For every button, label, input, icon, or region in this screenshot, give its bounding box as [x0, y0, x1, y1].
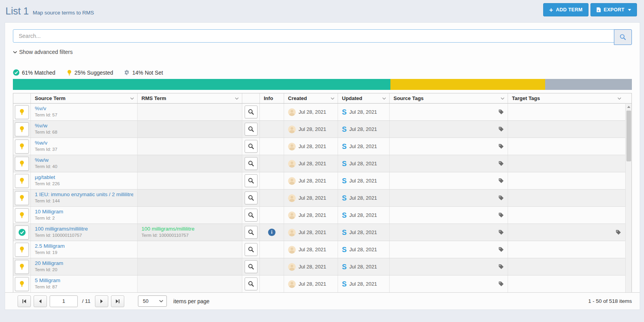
- column-header-source-term[interactable]: Source Term: [31, 93, 138, 103]
- source-term-link[interactable]: %w/w: [35, 157, 133, 163]
- status-button[interactable]: [15, 208, 29, 222]
- search-icon: [248, 143, 254, 150]
- last-page-button[interactable]: [111, 295, 124, 307]
- scrollbar-thumb[interactable]: [626, 111, 631, 161]
- status-button[interactable]: [15, 157, 29, 171]
- tag-icon[interactable]: [498, 229, 504, 235]
- source-tags-cell: [390, 172, 508, 189]
- status-button[interactable]: [15, 122, 29, 136]
- row-search-button[interactable]: [245, 123, 258, 136]
- column-header-rms-term[interactable]: RMS Term: [138, 93, 242, 103]
- source-term-link[interactable]: %v/w: [35, 123, 133, 129]
- source-term-link[interactable]: %w/v: [35, 140, 133, 146]
- next-page-button[interactable]: [95, 295, 108, 307]
- info-cell: i: [260, 224, 284, 241]
- table-scrollbar[interactable]: [625, 104, 631, 297]
- search-button[interactable]: [614, 29, 632, 45]
- source-term-link[interactable]: 20 Milligram: [35, 260, 133, 266]
- search-icon: [619, 34, 626, 41]
- items-per-page-label: items per page: [174, 298, 210, 304]
- tag-icon[interactable]: [498, 247, 504, 252]
- row-search-button[interactable]: [245, 174, 258, 187]
- chevron-down-icon[interactable]: [130, 97, 134, 100]
- tag-icon[interactable]: [498, 109, 504, 115]
- status-button[interactable]: [15, 277, 29, 291]
- search-input[interactable]: [13, 29, 614, 43]
- info-cell: i: [260, 207, 284, 224]
- tag-icon[interactable]: [498, 178, 504, 184]
- table-row: 2.5 Milligram Term Id: 19 i Jul 28, 2021…: [13, 241, 631, 258]
- row-search-button[interactable]: [245, 243, 258, 256]
- first-page-button[interactable]: [18, 295, 31, 307]
- source-term-link[interactable]: µg/tablet: [35, 174, 133, 180]
- status-button[interactable]: [15, 191, 29, 205]
- updated-date: Jul 28, 2021: [349, 178, 377, 184]
- tag-icon[interactable]: [498, 195, 504, 201]
- info-icon[interactable]: i: [268, 229, 275, 236]
- status-cell: [13, 275, 31, 292]
- source-term-link[interactable]: 2.5 Milligram: [35, 243, 133, 249]
- tag-icon[interactable]: [498, 264, 504, 270]
- row-search-button[interactable]: [245, 106, 258, 118]
- source-term-id: Term Id: 37: [35, 147, 133, 152]
- tag-icon[interactable]: [498, 281, 504, 287]
- chevron-down-icon[interactable]: [331, 97, 335, 100]
- source-term-link[interactable]: %v/v: [35, 106, 133, 111]
- tag-icon[interactable]: [615, 229, 621, 235]
- status-button[interactable]: [15, 260, 29, 274]
- tag-icon[interactable]: [498, 126, 504, 132]
- chevron-down-icon[interactable]: [501, 97, 504, 100]
- column-header-source-tags[interactable]: Source Tags: [390, 93, 508, 103]
- scroll-up-icon[interactable]: [626, 104, 632, 110]
- search-icon: [248, 281, 254, 287]
- status-button[interactable]: [15, 225, 29, 240]
- updated-cell: S Jul 28, 2021: [338, 258, 390, 275]
- chevron-down-icon[interactable]: [235, 97, 239, 100]
- source-term-cell: 2.5 Milligram Term Id: 19: [31, 241, 138, 258]
- source-term-link[interactable]: 10 Milligram: [35, 209, 133, 215]
- system-updater-icon: S: [342, 126, 347, 133]
- previous-page-button[interactable]: [34, 295, 47, 307]
- status-button[interactable]: [15, 243, 29, 257]
- chevron-down-icon[interactable]: [617, 97, 621, 100]
- match-progress-bar: [13, 79, 632, 90]
- row-search-button[interactable]: [245, 157, 258, 170]
- column-header-updated[interactable]: Updated: [338, 93, 390, 103]
- tag-icon[interactable]: [498, 212, 504, 218]
- source-term-cell: 100 milligrams/millilitre Term Id: 10000…: [31, 224, 138, 241]
- row-search-button[interactable]: [245, 140, 258, 153]
- tag-icon[interactable]: [498, 143, 504, 149]
- status-button[interactable]: [15, 140, 29, 154]
- source-tags-cell: [390, 155, 508, 172]
- tag-icon[interactable]: [498, 161, 504, 166]
- system-updater-icon: S: [342, 281, 347, 288]
- row-search-button[interactable]: [245, 226, 258, 239]
- lookup-cell: [242, 104, 260, 120]
- rms-term-link[interactable]: 100 milligrams/millilitre: [141, 226, 238, 232]
- row-search-button[interactable]: [245, 260, 258, 273]
- updated-date: Jul 28, 2021: [349, 195, 377, 201]
- row-search-button[interactable]: [245, 191, 258, 204]
- created-date: Jul 28, 2021: [299, 195, 326, 201]
- source-term-link[interactable]: 100 milligrams/millilitre: [35, 226, 133, 232]
- source-term-id: Term Id: 226: [35, 181, 133, 186]
- export-button[interactable]: x EXPORT: [590, 3, 637, 16]
- row-search-button[interactable]: [245, 209, 258, 222]
- system-updater-icon: S: [342, 143, 347, 150]
- lookup-cell: [242, 121, 260, 138]
- row-search-button[interactable]: [245, 277, 258, 290]
- column-header-target-tags[interactable]: Target Tags: [508, 93, 631, 103]
- page-number-input[interactable]: [50, 295, 78, 307]
- column-header-created[interactable]: Created: [284, 93, 338, 103]
- items-per-page-select[interactable]: 50: [138, 295, 167, 307]
- rms-term-cell: [138, 121, 242, 138]
- source-term-link[interactable]: 5 Milligram: [35, 277, 133, 283]
- status-button[interactable]: [15, 105, 29, 119]
- show-advanced-filters-toggle[interactable]: Show advanced filters: [13, 49, 73, 55]
- chevron-down-icon[interactable]: [382, 97, 386, 100]
- add-term-button[interactable]: + ADD TERM: [543, 3, 589, 16]
- status-button[interactable]: [15, 174, 29, 188]
- source-term-link[interactable]: 1 IEU: immuno enzymatic units / 2 millil…: [35, 191, 133, 197]
- column-header-info: Info: [260, 93, 284, 103]
- gear-icon: [124, 70, 130, 75]
